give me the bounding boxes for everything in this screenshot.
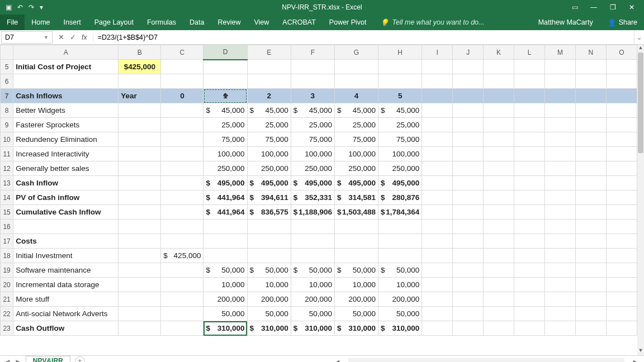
- cell-D14[interactable]: 441,964: [203, 190, 247, 205]
- cell-blank[interactable]: [514, 60, 545, 74]
- cell-D13[interactable]: 495,000: [203, 176, 247, 190]
- cell-blank[interactable]: [545, 161, 576, 176]
- row-header-22[interactable]: 22: [1, 307, 13, 321]
- cell-G11[interactable]: 100,000: [334, 147, 378, 161]
- cell-H5[interactable]: [378, 60, 422, 74]
- cell-blank[interactable]: [575, 321, 606, 336]
- cell-blank[interactable]: [453, 74, 484, 89]
- cell-blank[interactable]: [575, 292, 606, 307]
- cell-blank[interactable]: [575, 60, 606, 74]
- cell-H13[interactable]: 495,000: [378, 176, 422, 190]
- cell-blank[interactable]: [606, 220, 637, 234]
- cell-B18[interactable]: [119, 249, 161, 263]
- cell-blank[interactable]: [484, 220, 514, 234]
- cell-C15[interactable]: [161, 205, 203, 220]
- cell-blank[interactable]: [453, 147, 484, 161]
- cell-blank[interactable]: [453, 103, 484, 118]
- cell-blank[interactable]: [545, 103, 576, 118]
- row-header-6[interactable]: 6: [1, 74, 13, 89]
- cell-blank[interactable]: [545, 118, 576, 132]
- cell-D19[interactable]: 50,000: [203, 263, 247, 278]
- cell-blank[interactable]: [514, 205, 545, 220]
- row-header-9[interactable]: 9: [1, 118, 13, 132]
- cell-H17[interactable]: [378, 234, 422, 249]
- cell-C5[interactable]: [161, 60, 203, 74]
- col-header-corner[interactable]: [1, 45, 13, 60]
- cell-blank[interactable]: [575, 220, 606, 234]
- cell-blank[interactable]: [606, 263, 637, 278]
- col-header-J[interactable]: J: [453, 45, 484, 60]
- cell-B8[interactable]: [119, 103, 161, 118]
- horizontal-scrollbar[interactable]: ◄ ►: [335, 358, 637, 363]
- cell-B19[interactable]: [119, 263, 161, 278]
- cell-blank[interactable]: [545, 60, 576, 74]
- sheet-nav-next-icon[interactable]: ►: [15, 358, 21, 363]
- cell-E22[interactable]: 50,000: [247, 307, 291, 321]
- redo-icon[interactable]: ↷: [29, 3, 34, 11]
- fx-button[interactable]: fx: [82, 34, 87, 41]
- cell-H15[interactable]: 1,784,364: [378, 205, 422, 220]
- scroll-thumb[interactable]: [638, 53, 643, 153]
- cell-blank[interactable]: [545, 205, 576, 220]
- cell-G12[interactable]: 250,000: [334, 161, 378, 176]
- cell-blank[interactable]: [484, 278, 514, 292]
- row-header-17[interactable]: 17: [1, 234, 13, 249]
- cell-blank[interactable]: [545, 147, 576, 161]
- cell-blank[interactable]: [606, 307, 637, 321]
- cell-A10[interactable]: Redundency Elimination: [13, 132, 119, 147]
- cell-blank[interactable]: [606, 190, 637, 205]
- cell-A8[interactable]: Better Widgets: [13, 103, 119, 118]
- cell-F11[interactable]: 100,000: [291, 147, 334, 161]
- cell-F19[interactable]: 50,000: [291, 263, 334, 278]
- cell-blank[interactable]: [514, 234, 545, 249]
- cell-blank[interactable]: [514, 103, 545, 118]
- chevron-down-icon[interactable]: ▼: [44, 35, 49, 40]
- cell-blank[interactable]: [453, 292, 484, 307]
- close-icon[interactable]: ✕: [624, 3, 640, 11]
- cell-blank[interactable]: [422, 74, 453, 89]
- cell-blank[interactable]: [484, 176, 514, 190]
- cell-A7[interactable]: Cash Inflows: [13, 89, 119, 103]
- cell-F9[interactable]: 25,000: [291, 118, 334, 132]
- cell-F18[interactable]: [291, 249, 334, 263]
- cell-A9[interactable]: Fasterer Sprockets: [13, 118, 119, 132]
- cell-F16[interactable]: [291, 220, 334, 234]
- cell-blank[interactable]: [422, 321, 453, 336]
- cell-C12[interactable]: [161, 161, 203, 176]
- enter-formula-button[interactable]: ✓: [70, 33, 76, 41]
- cell-H12[interactable]: 250,000: [378, 161, 422, 176]
- cell-blank[interactable]: [514, 321, 545, 336]
- cell-blank[interactable]: [575, 205, 606, 220]
- cell-E18[interactable]: [247, 249, 291, 263]
- cell-E8[interactable]: 45,000: [247, 103, 291, 118]
- col-header-K[interactable]: K: [484, 45, 514, 60]
- cell-H8[interactable]: 45,000: [378, 103, 422, 118]
- cell-blank[interactable]: [422, 118, 453, 132]
- cell-A13[interactable]: Cash Inflow: [13, 176, 119, 190]
- cell-B21[interactable]: [119, 292, 161, 307]
- cell-blank[interactable]: [545, 132, 576, 147]
- cell-F13[interactable]: 495,000: [291, 176, 334, 190]
- cell-A14[interactable]: PV of Cash inflow: [13, 190, 119, 205]
- cell-E14[interactable]: 394,611: [247, 190, 291, 205]
- cell-blank[interactable]: [606, 205, 637, 220]
- cell-E11[interactable]: 100,000: [247, 147, 291, 161]
- cell-blank[interactable]: [575, 103, 606, 118]
- cell-blank[interactable]: [514, 307, 545, 321]
- cell-F12[interactable]: 250,000: [291, 161, 334, 176]
- cell-D11[interactable]: 100,000: [203, 147, 247, 161]
- cell-D23[interactable]: 310,000: [203, 321, 247, 336]
- cell-blank[interactable]: [545, 321, 576, 336]
- cell-blank[interactable]: [575, 307, 606, 321]
- cell-B22[interactable]: [119, 307, 161, 321]
- cell-blank[interactable]: [545, 249, 576, 263]
- cell-D17[interactable]: [203, 234, 247, 249]
- minimize-icon[interactable]: —: [586, 3, 602, 11]
- cell-D12[interactable]: 250,000: [203, 161, 247, 176]
- spreadsheet-grid[interactable]: ABCDEFGHIJKLMNO5Initial Cost of Project$…: [0, 45, 644, 355]
- cell-F17[interactable]: [291, 234, 334, 249]
- cell-blank[interactable]: [575, 89, 606, 103]
- cell-blank[interactable]: [514, 176, 545, 190]
- cell-blank[interactable]: [453, 132, 484, 147]
- cell-C9[interactable]: [161, 118, 203, 132]
